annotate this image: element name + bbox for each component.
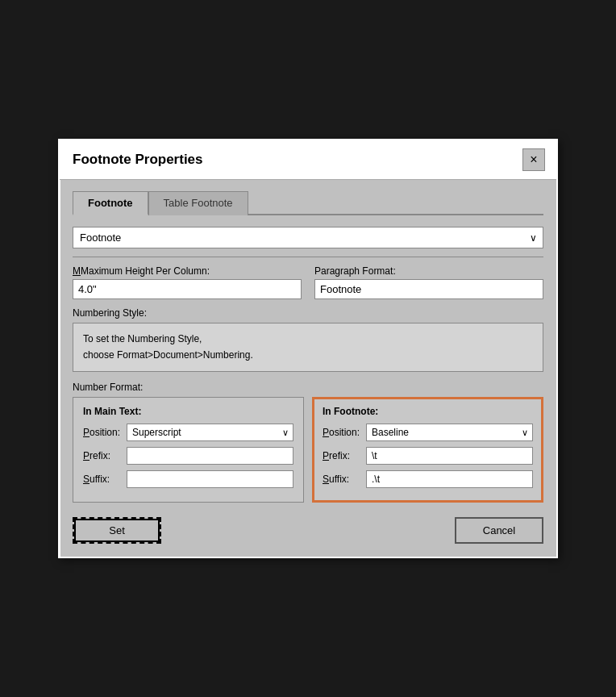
content-area: Footnote Endnote MMaximum Height Per Col… — [73, 215, 543, 543]
numbering-text-2: choose Format>Document>Numbering. — [83, 348, 533, 363]
dialog-body: Footnote Table Footnote Footnote Endnote — [60, 180, 556, 556]
footnote-dropdown-wrapper: Footnote Endnote — [73, 227, 543, 248]
numbering-text-1: To set the Numbering Style, — [83, 332, 533, 347]
footnote-suffix-label: Suffix: — [323, 474, 361, 485]
title-bar: Footnote Properties × — [60, 140, 556, 180]
button-row: Set Cancel — [73, 514, 543, 544]
main-prefix-row: Prefix: — [83, 447, 293, 465]
paragraph-format-group: Paragraph Format: — [314, 265, 543, 299]
dialog-title: Footnote Properties — [73, 152, 203, 168]
footnote-prefix-input[interactable] — [366, 447, 533, 465]
main-position-label: Position: — [83, 427, 122, 438]
set-button[interactable]: Set — [73, 517, 161, 544]
max-height-input[interactable] — [73, 279, 302, 299]
footnote-prefix-label: Prefix: — [323, 450, 361, 461]
two-col-fields: MMaximum Height Per Column: Paragraph Fo… — [73, 265, 543, 299]
in-footnote-title: In Footnote: — [323, 406, 533, 417]
tab-footnote[interactable]: Footnote — [73, 191, 148, 215]
in-footnote-box: In Footnote: Position: Baseline Superscr… — [312, 397, 543, 503]
max-height-label: MMaximum Height Per Column: — [73, 265, 302, 277]
close-button[interactable]: × — [522, 148, 545, 171]
number-format-label: Number Format: — [73, 382, 543, 393]
cancel-button[interactable]: Cancel — [455, 517, 543, 544]
main-suffix-row: Suffix: — [83, 470, 293, 488]
paragraph-format-input[interactable] — [314, 279, 543, 299]
separator-1 — [73, 257, 543, 257]
main-suffix-input[interactable] — [127, 470, 293, 488]
main-prefix-input[interactable] — [127, 447, 293, 465]
in-main-text-title: In Main Text: — [83, 406, 293, 417]
main-suffix-label: Suffix: — [83, 474, 122, 485]
footnote-position-select[interactable]: Baseline Superscript Subscript — [366, 424, 533, 441]
footnote-dropdown[interactable]: Footnote Endnote — [73, 227, 543, 248]
footnote-prefix-row: Prefix: — [323, 447, 533, 465]
footnote-suffix-input[interactable] — [366, 470, 533, 488]
footnote-position-dropdown-wrapper: Baseline Superscript Subscript — [366, 424, 533, 441]
footnote-position-row: Position: Baseline Superscript Subscript — [323, 424, 533, 441]
max-height-group: MMaximum Height Per Column: — [73, 265, 302, 299]
numbering-box: To set the Numbering Style, choose Forma… — [73, 323, 543, 371]
footnote-position-label: Position: — [323, 427, 361, 438]
main-prefix-label: Prefix: — [83, 450, 122, 461]
footnote-suffix-row: Suffix: — [323, 470, 533, 488]
tab-bar: Footnote Table Footnote — [73, 190, 543, 215]
numbering-style-label: Numbering Style: — [73, 307, 543, 319]
paragraph-format-label: Paragraph Format: — [314, 265, 543, 277]
main-position-dropdown-wrapper: Superscript Baseline Subscript — [127, 424, 293, 441]
main-position-row: Position: Superscript Baseline Subscript — [83, 424, 293, 441]
main-position-select[interactable]: Superscript Baseline Subscript — [127, 424, 293, 441]
dialog-window: Footnote Properties × Footnote Table Foo… — [58, 139, 558, 557]
footnote-dropdown-row: Footnote Endnote — [73, 227, 543, 248]
in-main-text-box: In Main Text: Position: Superscript Base… — [73, 397, 304, 503]
tab-table-footnote[interactable]: Table Footnote — [148, 191, 248, 215]
format-columns: In Main Text: Position: Superscript Base… — [73, 397, 543, 503]
